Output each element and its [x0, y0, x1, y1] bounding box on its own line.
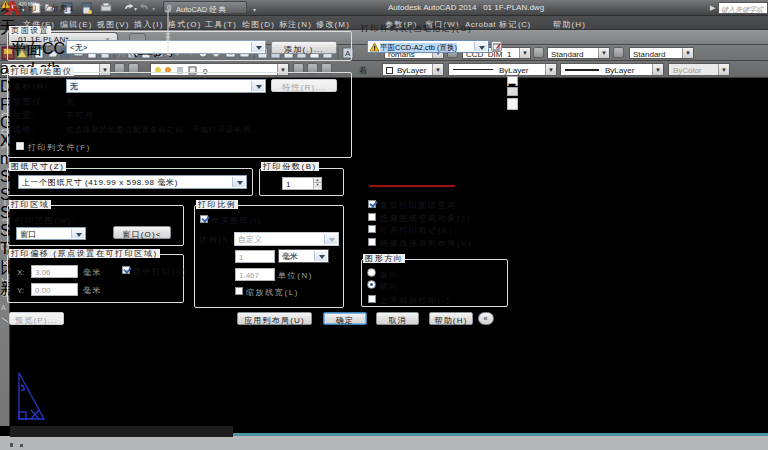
- svg-text:A: A: [1, 304, 6, 311]
- svg-text:594: 594: [165, 32, 171, 41]
